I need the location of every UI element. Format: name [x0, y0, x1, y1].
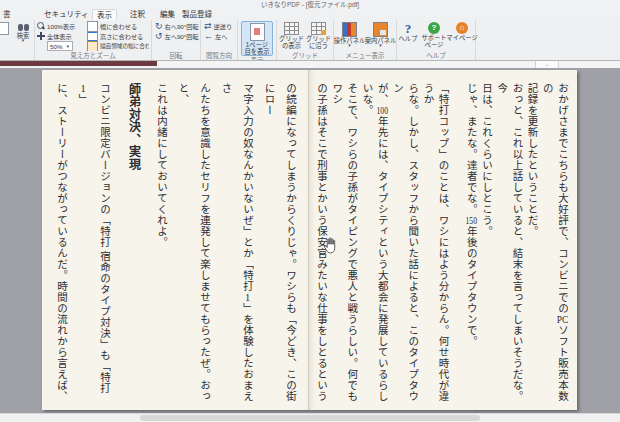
zoom-value: 50%: [50, 43, 62, 50]
grid-snap-icon: [311, 22, 326, 35]
operation-panel-icon: [342, 22, 357, 37]
tab-document[interactable]: 書: [0, 9, 15, 20]
rotate-left-button[interactable]: ↺ 左へ90°回転: [155, 31, 199, 41]
text-column: おっと、これ以上話していると、結末を言ってしまいそうだな。今: [494, 83, 524, 402]
arrow-left-icon: ←: [204, 32, 213, 41]
tab-security[interactable]: セキュリティ: [40, 9, 93, 20]
text-column: 記録を更新したということだ。: [524, 83, 539, 402]
feed-direction-icon: ⇄: [204, 22, 212, 31]
grid-snap-label-2: に沿う: [309, 42, 328, 49]
feed-reverse-label: 逆送り: [214, 22, 233, 31]
support-page-button[interactable]: ? サポート ページ: [422, 21, 446, 48]
chevron-down-icon: ▼: [378, 44, 382, 48]
zoom-100-button[interactable]: 100%表示: [37, 21, 87, 31]
rotate-left-label: 左へ90°回転: [165, 32, 199, 41]
chevron-down-icon: ▼: [347, 44, 351, 48]
my-page-icon: ⌂: [456, 22, 468, 34]
text-column: コンビニ限定バージョンの「特打 宿命のタイプ対決」も「特打1」: [72, 83, 115, 402]
ribbon-group-rotate: ↻ 右へ90°回転 ↺ 左へ90°回転 回転: [152, 20, 201, 60]
grid-show-label-1: グリッド: [279, 35, 304, 42]
chevron-down-icon: ⌄: [545, 61, 549, 67]
grid-show-label-2: の表示: [282, 42, 301, 49]
fit-page-label: 全体表示: [47, 32, 72, 41]
one-page-icon: [250, 23, 265, 41]
rotate-right-button[interactable]: ↻ 右へ90°回転: [155, 21, 199, 31]
guide-panel-icon: [373, 22, 388, 37]
fit-height-button[interactable]: 高さに合わせる: [87, 31, 149, 41]
group-label-direction: 閲覧方向: [201, 51, 237, 60]
fit-width-icon: [87, 21, 98, 31]
fit-region-button[interactable]: 描画領域の幅に合わせる: [87, 41, 149, 51]
ribbon-group-menu: 操作パネル ▼ 案内パネル ▼ メニュー表示: [334, 20, 397, 60]
text-column: これは内緒にしておいてくれよ。: [151, 83, 173, 402]
group-label-grid: グリッド: [277, 51, 333, 60]
zoom-level-combobox[interactable]: 50% ▼: [47, 41, 73, 51]
feed-reverse-button[interactable]: ⇄ 逆送り: [204, 21, 232, 31]
my-page-label: マイページ: [446, 34, 477, 41]
search-binoculars-icon: [18, 24, 29, 32]
clipped-page-button[interactable]: [0, 21, 12, 35]
grid-show-button[interactable]: グリッド の表示: [279, 21, 304, 49]
ribbon-group-help: ? ヘルプ ? サポート ページ ⌂ マイページ ヘルプ: [397, 20, 476, 60]
feed-left-button[interactable]: ← 左へ: [204, 31, 232, 41]
grid-snap-label-1: グリッド: [306, 35, 331, 42]
fit-width-label: 幅に合わせる: [100, 22, 137, 31]
tab-product-registration[interactable]: 製品登録: [178, 9, 216, 20]
section-heading: 師弟対決、実現: [122, 83, 144, 402]
document-tab-strip: [0, 61, 157, 66]
one-page-view-button[interactable]: 1ページ 目を表示: [241, 21, 273, 56]
text-column: マ字入力の奴なんかいないぜ」とか「特打1」を体験したおまえさ: [215, 83, 258, 402]
fit-height-label: 高さに合わせる: [100, 32, 143, 41]
horizontal-scrollbar-thumb[interactable]: [140, 415, 480, 421]
help-button[interactable]: ? ヘルプ: [397, 21, 419, 42]
fit-width-button[interactable]: 幅に合わせる: [87, 21, 149, 31]
one-page-label-1: 1ページ: [246, 41, 268, 48]
text-column: 「特打コップ」のことは、ワシにはよう分からん。何せ時代が違うか: [420, 83, 450, 402]
my-page-button[interactable]: ⌂ マイページ: [449, 21, 475, 41]
grid-snap-button[interactable]: グリッド に沿う: [306, 21, 331, 49]
text-column: が、100年先には、タイプシティという大都会に発展しているらしいな。: [359, 83, 389, 402]
fit-page-button[interactable]: 全体表示: [37, 31, 87, 41]
support-page-icon: ?: [428, 22, 440, 34]
horizontal-scrollbar[interactable]: [0, 413, 620, 422]
text-column: の続編になってしまうからくりじゃ。ワシらも「今どき、この街にロー: [258, 83, 301, 402]
rotate-left-icon: ↺: [155, 32, 163, 41]
feed-left-label: 左へ: [215, 32, 227, 41]
text-column: んたちを意識したセリフを連発して楽しませてもらったぜ。おっと、: [172, 83, 215, 402]
page-left-text: の続編になってしまうからくりじゃ。ワシらも「今どき、この街にロー マ字入力の奴な…: [48, 83, 301, 402]
ribbon-group-direction: ⇄ 逆送り ← 左へ 閲覧方向: [201, 20, 238, 60]
tab-annotation[interactable]: 注釈: [126, 9, 149, 20]
grid-icon: [284, 22, 299, 35]
tab-edit[interactable]: 編集: [156, 9, 179, 20]
ribbon-tab-bar: 書 セキュリティ 表示 注釈 編集 製品登録: [0, 9, 620, 20]
group-label-menu: メニュー表示: [334, 51, 396, 60]
search-button[interactable]: 検索 ▼: [14, 21, 32, 43]
zoom-100-label: 100%表示: [47, 22, 75, 31]
page-icon: [0, 22, 9, 35]
page-left[interactable]: の続編になってしまうからくりじゃ。ワシらも「今どき、この街にロー マ字入力の奴な…: [42, 70, 308, 410]
magnifier-icon: [37, 22, 45, 30]
chevron-down-icon: ▼: [65, 44, 69, 49]
ribbon-group-grid: グリッド の表示 グリッド に沿う グリッド: [277, 20, 334, 60]
operation-panel-button[interactable]: 操作パネル ▼: [335, 21, 364, 48]
group-label-rotate: 回転: [152, 51, 200, 60]
window-title: いきなりPDF - [復元ファイル.pdf]: [261, 1, 359, 8]
one-page-label-2: 目を表示: [244, 48, 269, 55]
fit-region-icon: [87, 41, 98, 51]
group-label-zoom: 見え方とズーム: [35, 51, 151, 60]
text-column: じゃ、またな。達者でな。150年後のタイプタウンで。: [464, 83, 479, 402]
text-column: おかげさまでこちらも大好評で、コンビニでのPCソフト販売本数の: [540, 83, 570, 402]
ribbon-group-partial: 検索 ▼: [0, 20, 35, 60]
text-column: らな。しかし、スタッフから聞いた話によると、このタイプタウン: [390, 83, 420, 402]
page-right-text: おかげさまでこちらも大好評で、コンビニでのPCソフト販売本数の 記録を更新したと…: [315, 83, 570, 402]
help-question-icon: ?: [405, 22, 412, 35]
fit-height-icon: [87, 31, 98, 41]
text-column: に、ストーリーがつながっているんだ。時間の流れから言えば、「特: [48, 83, 72, 402]
ribbon-group-zoom: 100%表示 全体表示 50% ▼ 幅に合わせる: [35, 20, 152, 60]
page-right[interactable]: おかげさまでこちらも大好評で、コンビニでのPCソフト販売本数の 記録を更新したと…: [308, 70, 577, 410]
ribbon: 検索 ▼ 100%表示 全体表示 50% ▼: [0, 20, 620, 60]
chevron-down-icon: ▼: [21, 39, 25, 43]
guide-panel-button[interactable]: 案内パネル ▼: [366, 21, 395, 48]
document-viewport[interactable]: の続編になってしまうからくりじゃ。ワシらも「今どき、この街にロー マ字入力の奴な…: [0, 68, 620, 422]
window-title-bar: いきなりPDF - [復元ファイル.pdf]: [0, 0, 620, 9]
